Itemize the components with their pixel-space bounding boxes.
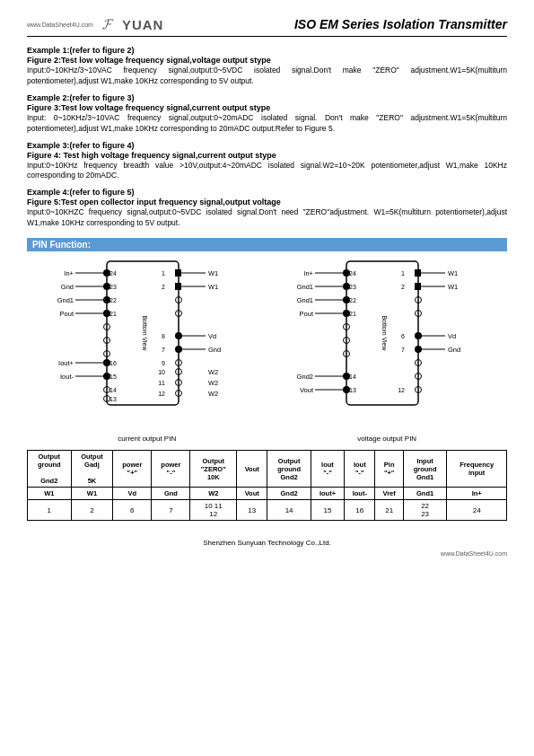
svg-text:16: 16 [109,360,117,366]
table-header-row-1: OutputgroundGnd2 OutputGadj5K power"+" p… [28,451,507,488]
pin-6: 6 [113,500,152,521]
svg-text:W1: W1 [448,283,458,291]
svg-text:2: 2 [162,284,165,290]
col-w1-2: W1 [71,488,113,500]
svg-text:W2: W2 [208,379,218,387]
svg-text:8: 8 [162,333,165,339]
example-2-body: Input: 0~10KHz/3~10VAC frequency signal,… [27,113,507,135]
svg-text:10: 10 [158,369,165,375]
svg-text:14: 14 [109,387,117,393]
example-3-title: Example 3:(refer to figure 4) [27,141,507,150]
col-power-plus: power"+" [113,451,152,488]
pin-14: 14 [267,500,311,521]
svg-text:Iout+: Iout+ [58,359,74,367]
pin-section-header: PIN Function: [27,238,507,251]
svg-text:7: 7 [401,347,405,353]
svg-text:Bottom View: Bottom View [142,316,148,352]
voltage-pin-svg: Bottom View In+ 24 Gnd1 23 Gnd1 22 Pout … [297,257,477,432]
svg-text:Iout-: Iout- [60,373,74,381]
svg-text:W2: W2 [208,390,218,398]
page-title: ISO EM Series Isolation Transmitter [294,17,507,31]
svg-text:Gnd: Gnd [448,346,460,354]
svg-text:Pout: Pout [59,310,74,318]
col-iout-plus: Iout+ [311,488,344,500]
example-1-title: Example 1:(refer to figure 2) [27,46,507,55]
svg-text:12: 12 [158,391,165,397]
example-3: Example 3:(refer to figure 4) Figure 4: … [27,141,507,182]
example-4-title: Example 4:(refer to figure 5) [27,188,507,197]
example-3-body: Input:0~10KHz frequency breadth value >1… [27,161,507,182]
svg-text:7: 7 [162,347,165,353]
voltage-output-pin-diagram: Bottom View In+ 24 Gnd1 23 Gnd1 22 Pout … [297,257,477,443]
pin-22-23: 2223 [403,500,447,521]
col-output-gadj: OutputGadj5K [71,451,113,488]
svg-text:Bottom View: Bottom View [381,316,388,352]
table-data-row: 1 2 6 7 10 1112 13 14 15 16 21 2223 24 [28,500,507,521]
svg-text:24: 24 [349,270,356,277]
example-2: Example 2:(refer to figure 3) Figure 3:T… [27,93,507,135]
example-4-body: Input:0~10KHZC frequency signal,output:0… [27,207,507,229]
svg-text:2: 2 [401,284,405,290]
pin-2: 2 [71,500,113,521]
col-vd: Vd [113,488,152,500]
pin-21: 21 [375,500,403,521]
col-in-plus: In+ [447,488,507,500]
col-vref: Vref [375,488,403,500]
logo-decoration: 𝓕 [102,16,113,32]
col-w1-1: W1 [28,488,72,500]
current-pin-svg: Bottom View In+ 24 Gnd 23 Gnd1 22 Pout 2… [57,257,237,432]
voltage-pin-label: voltage output PIN [357,435,416,443]
svg-text:9: 9 [162,360,165,366]
col-iout-minus: Iout- [345,488,375,500]
pin-function-table: OutputgroundGnd2 OutputGadj5K power"+" p… [27,450,507,521]
examples-section: Example 1:(refer to figure 2) Figure 2:T… [27,46,507,229]
example-1: Example 1:(refer to figure 2) Figure 2:T… [27,46,507,87]
col-output-gnd2: OutputgroundGnd2 [267,451,311,488]
pin-7: 7 [152,500,190,521]
pin-13: 13 [237,500,267,521]
svg-text:22: 22 [349,297,356,303]
col-iout-minus2: Iout"-" [345,451,375,488]
example-1-fig: Figure 2:Test low voltage frequency sign… [27,56,507,65]
svg-text:Vd: Vd [208,332,216,340]
page-header: www.DataSheet4U.com 𝓕 YUAN ISO EM Series… [27,16,507,37]
pin-1: 1 [28,500,72,521]
col-vout: Vout [237,451,267,488]
col-output-zero: Output"ZERO"10K [190,451,237,488]
col-pin-plus: Pin"+" [375,451,403,488]
svg-text:12: 12 [398,387,405,393]
col-w2: W2 [190,488,237,500]
pin-24: 24 [447,500,507,521]
svg-text:13: 13 [109,396,117,402]
svg-text:Gnd1: Gnd1 [297,296,313,304]
table-header-row-2: W1 W1 Vd Gnd W2 Vout Gnd2 Iout+ Iout- Vr… [28,488,507,500]
pin-diagrams: Bottom View In+ 24 Gnd 23 Gnd1 22 Pout 2… [27,257,507,443]
svg-text:Pout: Pout [300,310,314,318]
col-iout-minus1: Iout"-" [311,451,344,488]
col-input-ground: InputgroundGnd1 [403,451,447,488]
svg-text:1: 1 [162,270,165,277]
current-output-pin-diagram: Bottom View In+ 24 Gnd 23 Gnd1 22 Pout 2… [57,257,237,443]
example-4: Example 4:(refer to figure 5) Figure 5:T… [27,188,507,229]
example-4-fig: Figure 5:Test open collector input frequ… [27,198,507,207]
svg-text:Gnd1: Gnd1 [57,296,74,304]
col-gnd1: Gnd1 [403,488,447,500]
col-freq-input: Frequencyinput [447,451,507,488]
svg-text:6: 6 [401,333,405,339]
col-gnd: Gnd [152,488,190,500]
svg-text:Gnd: Gnd [208,346,221,354]
col-output-ground: OutputgroundGnd2 [28,451,72,488]
svg-text:Gnd: Gnd [61,283,74,291]
col-gnd2: Gnd2 [267,488,311,500]
svg-text:W1: W1 [208,283,218,291]
svg-text:11: 11 [158,380,165,386]
current-pin-label: current output PIN [118,435,176,443]
svg-text:Gnd1: Gnd1 [297,283,313,291]
svg-text:14: 14 [349,374,356,380]
col-vout2: Vout [237,488,267,500]
svg-text:15: 15 [109,374,117,380]
brand-name: YUAN [122,17,164,32]
svg-text:21: 21 [349,311,356,317]
example-1-body: Input:0~10KHz/3~10VAC frequency signal,o… [27,66,507,87]
svg-text:Gnd2: Gnd2 [297,373,313,381]
